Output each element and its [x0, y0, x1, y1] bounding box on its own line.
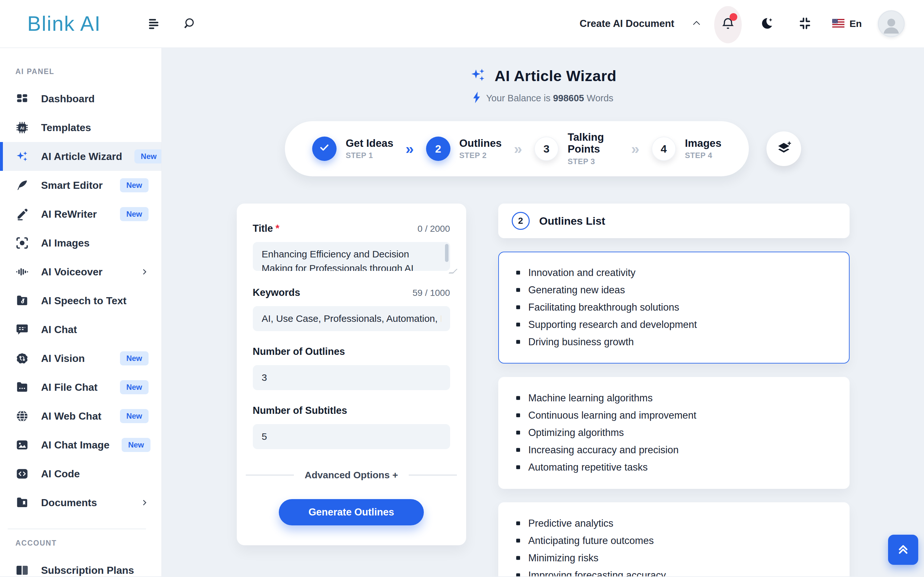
new-badge: New	[121, 438, 150, 452]
sidebar-item-label: Dashboard	[41, 93, 95, 105]
waveform-icon	[15, 265, 29, 279]
number-of-subtitles-input[interactable]	[253, 424, 450, 449]
outline-item: Machine learning algorithms	[515, 393, 833, 403]
step-get-ideas[interactable]: Get Ideas STEP 1	[312, 137, 393, 161]
keywords-input[interactable]	[253, 306, 450, 331]
outline-item: Innovation and creativity	[515, 268, 833, 277]
sidebar-item-ai-chat-image[interactable]: AI Chat Image New	[0, 430, 162, 459]
step-sub: STEP 1	[346, 151, 393, 160]
sidebar-item-templates[interactable]: AI Templates	[0, 113, 162, 142]
sidebar-item-ai-vision[interactable]: AI Vision New	[0, 344, 162, 373]
sidebar-item-ai-voiceover[interactable]: AI Voiceover	[0, 258, 162, 286]
sidebar-item-smart-editor[interactable]: Smart Editor New	[0, 171, 162, 200]
sidebar-item-label: AI Chat Image	[41, 439, 110, 451]
number-of-outlines-label: Number of Outlines	[253, 346, 345, 358]
generate-outlines-button[interactable]: Generate Outlines	[279, 499, 424, 525]
step-images[interactable]: 4 Images STEP 4	[652, 137, 722, 161]
dark-mode-button[interactable]	[755, 13, 778, 35]
outline-item: Facilitating breakthrough solutions	[515, 302, 833, 312]
sidebar: AI PANEL Dashboard AI Templates	[0, 48, 162, 576]
sidebar-item-label: AI File Chat	[41, 382, 97, 393]
sidebar-item-label: AI Images	[41, 237, 89, 249]
step-title: Talking Points	[567, 131, 619, 155]
outline-option-3[interactable]: Predictive analytics Anticipating future…	[498, 502, 850, 576]
step-separator-icon: »	[514, 140, 522, 157]
number-of-outlines-input[interactable]	[253, 365, 450, 390]
sidebar-item-ai-chat[interactable]: AI Chat	[0, 315, 162, 344]
title-textarea[interactable]: Enhancing Efficiency and Decision Making…	[253, 242, 450, 271]
outline-option-2[interactable]: Machine learning algorithms Continuous l…	[498, 377, 850, 489]
code-icon	[15, 467, 29, 480]
outline-item: Increasing accuracy and precision	[515, 445, 833, 455]
sidebar-nav: Dashboard AI Templates AI Article Wizard…	[0, 84, 162, 517]
notifications-button[interactable]	[717, 13, 739, 35]
image-icon	[15, 438, 29, 452]
sidebar-toggle-button[interactable]	[142, 13, 165, 35]
sidebar-item-ai-speech-to-text[interactable]: AI Speech to Text	[0, 286, 162, 315]
step-2-circle: 2	[426, 137, 451, 161]
sidebar-item-ai-file-chat[interactable]: AI File Chat New	[0, 373, 162, 402]
scroll-to-top-button[interactable]	[888, 535, 918, 565]
wizard-stepper: Get Ideas STEP 1 » 2 Outlines STEP 2 » 3	[285, 121, 748, 176]
fullscreen-toggle-button[interactable]	[794, 13, 816, 35]
sidebar-item-label: AI Chat	[41, 324, 77, 335]
sidebar-item-documents[interactable]: Documents	[0, 488, 162, 517]
step-title: Get Ideas	[346, 137, 393, 149]
advanced-options-label: Advanced Options +	[305, 470, 398, 480]
new-badge: New	[120, 178, 149, 192]
saved-outlines-button[interactable]	[766, 131, 801, 166]
new-badge: New	[120, 351, 149, 366]
step-talking-points[interactable]: 3 Talking Points STEP 3	[534, 131, 619, 166]
sidebar-item-label: Smart Editor	[41, 179, 103, 191]
outline-item: Anticipating future outcomes	[515, 536, 833, 546]
sidebar-item-ai-rewriter[interactable]: AI ReWriter New	[0, 200, 162, 229]
sidebar-divider	[8, 529, 146, 529]
sidebar-item-label: AI Web Chat	[41, 410, 102, 422]
sidebar-item-label: Subscription Plans	[41, 564, 134, 576]
svg-text:AI: AI	[20, 126, 24, 131]
sidebar-item-ai-images[interactable]: AI Images	[0, 229, 162, 258]
sidebar-section-account: ACCOUNT	[0, 532, 162, 556]
outline-settings-card: Title* 0 / 2000 Enhancing Efficiency and…	[237, 203, 466, 545]
new-badge: New	[120, 409, 149, 423]
outline-option-1[interactable]: Innovation and creativity Generating new…	[498, 251, 850, 364]
step-sub: STEP 4	[685, 151, 722, 160]
outlines-list-title: Outlines List	[540, 215, 606, 227]
sidebar-item-ai-web-chat[interactable]: AI Web Chat New	[0, 402, 162, 430]
sidebar-item-ai-code[interactable]: AI Code	[0, 459, 162, 488]
step-outlines[interactable]: 2 Outlines STEP 2	[426, 137, 502, 161]
folder-bookmark-icon	[15, 496, 29, 509]
step-separator-icon: »	[405, 140, 414, 157]
divider-line	[246, 475, 294, 475]
new-badge: New	[120, 207, 149, 221]
advanced-options-toggle[interactable]: Advanced Options +	[253, 470, 450, 480]
chevron-right-icon	[140, 498, 149, 507]
sidebar-item-ai-article-wizard[interactable]: AI Article Wizard New	[0, 142, 162, 171]
avatar[interactable]	[878, 10, 905, 37]
step-sub: STEP 2	[459, 151, 502, 160]
chevron-up-icon	[692, 21, 701, 27]
dashboard-icon	[15, 92, 29, 105]
search-button[interactable]	[178, 13, 200, 35]
lightning-icon	[473, 92, 481, 105]
divider-line	[409, 475, 457, 475]
brand-logo[interactable]: Blink AI	[27, 12, 101, 35]
ai-chip-icon: AI	[15, 121, 29, 134]
globe-icon	[15, 409, 29, 423]
pencil-icon	[15, 207, 29, 221]
sidebar-item-subscription-plans[interactable]: Subscription Plans	[0, 556, 162, 576]
create-ai-document-dropdown[interactable]: Create AI Document	[580, 18, 701, 29]
textarea-resize-handle[interactable]	[449, 269, 457, 274]
outline-item: Automating repetitive tasks	[515, 462, 833, 472]
sidebar-item-dashboard[interactable]: Dashboard	[0, 84, 162, 113]
textarea-scrollbar[interactable]	[445, 244, 449, 262]
sidebar-item-label: AI ReWriter	[41, 208, 97, 220]
layers-plus-icon	[775, 140, 792, 158]
language-selector[interactable]: En	[832, 18, 862, 29]
sidebar-section-ai-panel: AI PANEL	[0, 61, 162, 84]
title-counter: 0 / 2000	[417, 224, 450, 234]
double-chevron-up-icon	[896, 542, 910, 558]
title-label: Title*	[253, 223, 279, 234]
outline-item: Predictive analytics	[515, 518, 833, 528]
balance-row: Your Balance is 998605 Words	[162, 92, 924, 105]
